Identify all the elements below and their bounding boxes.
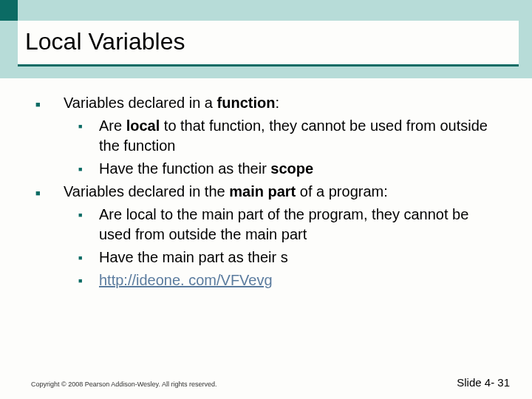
link[interactable]: http://ideone. com/VFVevg	[99, 272, 273, 288]
list-item: ■ Have the function as their scope	[35, 159, 497, 179]
list-item: ■ Are local to that function, they canno…	[35, 116, 497, 156]
bullet-text: Have the main part as their s	[99, 248, 497, 267]
slide-number: Slide 4- 31	[457, 376, 510, 389]
text: Are	[99, 117, 126, 134]
text-bold: scope	[270, 160, 313, 177]
list-item: ■ Have the main part as their s	[35, 248, 497, 267]
square-bullet-icon: ■	[78, 248, 99, 267]
list-item: ■ http://ideone. com/VFVevg	[35, 270, 497, 290]
bullet-text: Are local to the main part of the progra…	[99, 205, 497, 245]
square-bullet-icon: ■	[35, 93, 64, 113]
square-bullet-icon: ■	[78, 116, 99, 156]
bullet-text: Are local to that function, they cannot …	[99, 116, 497, 156]
list-item: ■ Variables declared in a function:	[35, 93, 497, 113]
list-item: ■ Are local to the main part of the prog…	[35, 205, 497, 245]
text: Have the function as their	[99, 160, 270, 177]
bullet-text: Variables declared in the main part of a…	[64, 182, 497, 202]
slide-title: Local Variables	[25, 28, 511, 55]
accent-bar	[0, 0, 18, 21]
footer: Copyright © 2008 Pearson Addison-Wesley.…	[31, 376, 510, 389]
text: of a program:	[296, 183, 388, 200]
bullet-text: Variables declared in a function:	[64, 93, 497, 113]
square-bullet-icon: ■	[78, 270, 99, 290]
bullet-text: http://ideone. com/VFVevg	[99, 270, 497, 290]
text-bold: local	[126, 117, 160, 134]
square-bullet-icon: ■	[78, 159, 99, 179]
slide-content: ■ Variables declared in a function: ■ Ar…	[35, 93, 497, 293]
title-underline	[18, 64, 519, 66]
bullet-text: Have the function as their scope	[99, 159, 497, 179]
copyright-text: Copyright © 2008 Pearson Addison-Wesley.…	[31, 381, 216, 388]
text: Variables declared in a	[64, 95, 217, 111]
text-bold: function	[217, 95, 276, 111]
text-bold: main part	[229, 183, 296, 200]
square-bullet-icon: ■	[35, 182, 64, 202]
text: Variables declared in the	[64, 183, 229, 200]
header-band: Local Variables	[0, 0, 532, 78]
square-bullet-icon: ■	[78, 205, 99, 245]
title-box: Local Variables	[18, 21, 519, 66]
text: :	[275, 95, 279, 111]
list-item: ■ Variables declared in the main part of…	[35, 182, 497, 202]
